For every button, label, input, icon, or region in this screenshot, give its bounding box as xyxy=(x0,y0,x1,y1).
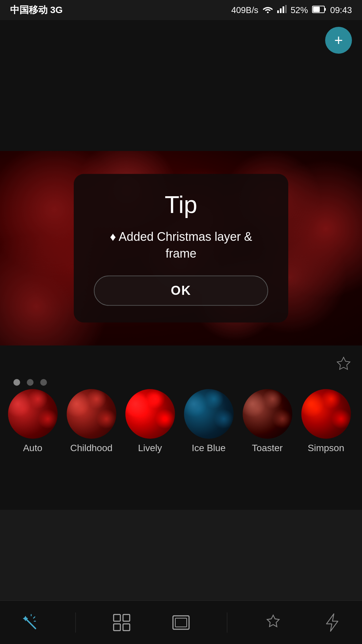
frame-button[interactable] xyxy=(168,609,194,636)
svg-rect-4 xyxy=(285,5,287,13)
filter-auto-thumb xyxy=(8,389,58,439)
svg-rect-7 xyxy=(313,7,320,12)
filter-auto[interactable]: Auto xyxy=(7,389,59,453)
photo-area: Tip ♦ Added Christmas layer & frame OK xyxy=(0,151,362,345)
dialog-title: Tip xyxy=(94,191,268,218)
add-button[interactable]: + xyxy=(325,27,352,54)
svg-line-10 xyxy=(34,617,35,618)
divider-2 xyxy=(227,612,227,633)
filter-simpson-thumb xyxy=(301,389,351,439)
filter-childhood-label: Childhood xyxy=(70,443,112,453)
svg-rect-17 xyxy=(175,618,187,627)
bottom-area: Auto Childhood Lively Ice Blue xyxy=(0,345,362,510)
wifi-icon xyxy=(262,5,273,15)
filter-carousel: Auto Childhood Lively Ice Blue xyxy=(0,389,362,503)
flash-button[interactable] xyxy=(319,609,346,636)
top-area: + xyxy=(0,20,362,151)
svg-rect-3 xyxy=(283,6,284,13)
svg-line-8 xyxy=(26,619,36,629)
filter-toaster-label: Toaster xyxy=(252,443,283,453)
carrier-text: 中国移动 3G xyxy=(10,4,63,16)
bullet-icon: ♦ xyxy=(110,230,116,244)
battery-icon xyxy=(312,5,326,15)
grid-button[interactable] xyxy=(108,609,135,636)
filter-childhood-thumb xyxy=(67,389,116,439)
filter-childhood[interactable]: Childhood xyxy=(65,389,117,453)
svg-point-0 xyxy=(267,11,268,13)
dialog-content: ♦ Added Christmas layer & frame xyxy=(94,228,268,262)
filter-lively[interactable]: Lively xyxy=(124,389,176,453)
svg-rect-15 xyxy=(123,624,130,631)
filter-toaster[interactable]: Toaster xyxy=(241,389,293,453)
star-button[interactable] xyxy=(260,609,287,636)
filter-auto-label: Auto xyxy=(23,443,43,453)
time-text: 09:43 xyxy=(330,5,352,15)
svg-rect-1 xyxy=(277,10,279,13)
filter-iceblue-thumb xyxy=(184,389,234,439)
filter-iceblue-label: Ice Blue xyxy=(192,443,226,453)
dot-1[interactable] xyxy=(13,379,20,386)
bottom-toolbar xyxy=(0,600,362,644)
svg-rect-2 xyxy=(280,8,282,13)
filter-lively-label: Lively xyxy=(138,443,162,453)
svg-rect-13 xyxy=(123,614,130,621)
tip-dialog: Tip ♦ Added Christmas layer & frame OK xyxy=(74,174,288,323)
svg-rect-6 xyxy=(324,8,326,11)
status-right: 409B/s 52% 09:43 xyxy=(231,5,352,15)
pagination-dots xyxy=(13,379,47,386)
filter-toaster-thumb xyxy=(243,389,292,439)
svg-rect-12 xyxy=(114,614,120,621)
dot-3[interactable] xyxy=(40,379,47,386)
dot-2[interactable] xyxy=(27,379,34,386)
filter-simpson-label: Simpson xyxy=(308,443,344,453)
filter-iceblue[interactable]: Ice Blue xyxy=(183,389,235,453)
filter-lively-thumb xyxy=(125,389,175,439)
battery-text: 52% xyxy=(291,5,308,15)
main-content: + Tip ♦ Added Christmas layer & frame OK xyxy=(0,20,362,644)
magic-wand-button[interactable] xyxy=(16,609,43,636)
svg-rect-14 xyxy=(114,624,120,631)
ok-button[interactable]: OK xyxy=(94,275,268,306)
filter-simpson[interactable]: Simpson xyxy=(300,389,352,453)
signal-icon xyxy=(277,5,287,15)
status-bar: 中国移动 3G 409B/s 52% 09:4 xyxy=(0,0,362,20)
favorites-icon[interactable] xyxy=(335,356,352,376)
dialog-message: Added Christmas layer & frame xyxy=(119,230,252,260)
network-speed: 409B/s xyxy=(231,5,258,15)
divider-1 xyxy=(75,612,76,633)
